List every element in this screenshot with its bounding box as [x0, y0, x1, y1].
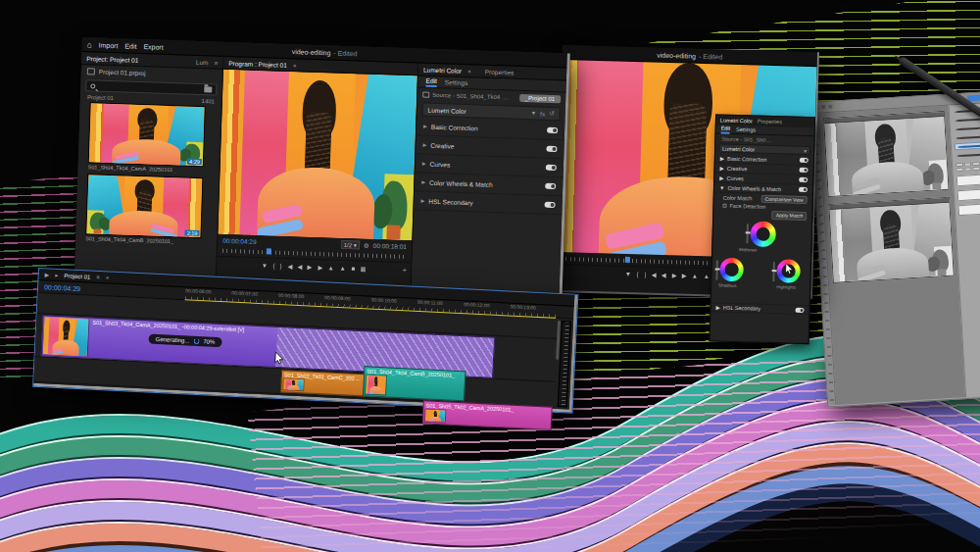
brush-stroke-option[interactable]: [953, 115, 980, 124]
comparison-view-icon[interactable]: ▦: [361, 265, 367, 272]
toggle-switch[interactable]: [799, 187, 808, 192]
section-hsl-secondary[interactable]: HSL Secondary: [428, 197, 473, 205]
tab-properties[interactable]: Properties: [485, 68, 514, 75]
bin-name[interactable]: Project 01: [87, 94, 114, 101]
chevron-down-icon[interactable]: ▼: [719, 184, 725, 190]
toggle-switch[interactable]: [795, 307, 804, 312]
zoom-level-select[interactable]: 1/2 ▾: [341, 240, 360, 250]
shadows-wheel[interactable]: [719, 258, 744, 282]
add-marker-icon[interactable]: ▼: [262, 263, 268, 270]
project-clip-1[interactable]: 4:29 S01_Sh04_Tk04_CamA_20250101_: [88, 102, 212, 174]
toggle-switch[interactable]: [546, 146, 557, 152]
storyboard-frame-1[interactable]: [823, 111, 950, 197]
toggle-switch[interactable]: [799, 177, 808, 182]
tab-edit[interactable]: Edit: [721, 125, 731, 133]
extract-icon[interactable]: ▲: [704, 273, 710, 278]
go-to-in-icon[interactable]: ◀: [287, 263, 292, 270]
section-color-wheels[interactable]: Color Wheels & Match: [429, 178, 493, 187]
panel-menu-icon[interactable]: ≡: [96, 274, 100, 279]
tab-settings[interactable]: Settings: [445, 78, 468, 86]
sequence-timecode[interactable]: 00:00:04:29: [44, 283, 80, 292]
button-editor-icon[interactable]: +: [402, 266, 407, 275]
add-marker-icon[interactable]: ▼: [625, 271, 631, 276]
project-clip-2[interactable]: 2:19 S01_Sh04_Tk04_CamB_20250101_: [85, 174, 209, 245]
brush-stroke-option[interactable]: [954, 124, 980, 132]
folder-icon[interactable]: [204, 86, 212, 92]
menu-edit[interactable]: Edit: [124, 42, 136, 49]
tab-program[interactable]: Program : Project 01: [228, 59, 287, 68]
section-curves[interactable]: Curves: [726, 175, 744, 180]
chevron-right-icon[interactable]: ▶: [716, 304, 720, 310]
section-curves[interactable]: Curves: [430, 160, 451, 168]
face-detection-checkbox[interactable]: [722, 204, 726, 208]
midtones-slider[interactable]: [746, 224, 749, 243]
home-icon[interactable]: ⌂: [87, 40, 92, 49]
mark-out-icon[interactable]: }: [280, 263, 282, 269]
toggle-switch[interactable]: [800, 158, 808, 163]
layer-card[interactable]: [958, 203, 980, 216]
mark-out-icon[interactable]: }: [644, 272, 646, 277]
reset-icon[interactable]: ↺: [549, 110, 555, 118]
storyboard-frame-2[interactable]: [828, 197, 955, 283]
chevron-right-icon[interactable]: ▶: [719, 175, 723, 180]
lift-icon[interactable]: ▲: [328, 265, 334, 272]
section-basic-correction[interactable]: Basic Correction: [431, 123, 478, 131]
tab-sequence[interactable]: Project 01: [64, 273, 90, 279]
chevron-right-icon[interactable]: ▶: [719, 165, 723, 171]
playhead[interactable]: [625, 257, 630, 263]
close-icon[interactable]: ×: [293, 62, 297, 69]
mark-in-icon[interactable]: {: [637, 272, 639, 277]
section-basic-correction[interactable]: Basic Correction: [727, 155, 767, 162]
project-file-name[interactable]: Project 01.prproj: [99, 69, 146, 77]
tab-lumetri-color[interactable]: Lumetri Color: [720, 118, 753, 125]
tab-lumetri-color[interactable]: Lumetri Color: [423, 66, 462, 74]
brush-stroke-option[interactable]: [954, 132, 980, 141]
section-creative[interactable]: Creative: [430, 141, 454, 149]
tab-edit[interactable]: Edit: [425, 76, 437, 86]
export-frame-icon[interactable]: ■: [352, 266, 356, 272]
tab-project[interactable]: Project: Project 01: [86, 55, 138, 64]
chevron-right-icon[interactable]: ▶: [421, 179, 425, 185]
tab-properties[interactable]: Properties: [758, 119, 782, 125]
chevron-right-icon[interactable]: ▶: [422, 142, 426, 148]
menu-export[interactable]: Export: [143, 43, 163, 51]
layer-card[interactable]: [957, 188, 980, 201]
swatch-grid[interactable]: [956, 161, 980, 172]
snap-tool-icon[interactable]: ▸: [55, 272, 58, 278]
chevron-right-icon[interactable]: ▶: [423, 124, 427, 129]
target-button[interactable]: _Project 01: [519, 94, 562, 103]
section-creative[interactable]: Creative: [727, 165, 748, 172]
section-color-wheels[interactable]: Color Wheels & Match: [727, 184, 781, 192]
brush-stroke-selected[interactable]: [955, 141, 980, 150]
preset-select[interactable]: Lumetri Color: [722, 145, 755, 152]
play-icon[interactable]: ▶: [671, 272, 676, 278]
toggle-switch[interactable]: [546, 165, 557, 171]
chevron-down-icon[interactable]: ▾: [804, 147, 807, 153]
tab-settings[interactable]: Settings: [736, 126, 756, 133]
timeline-clip-teal[interactable]: S01_Sh04_Tk04_CamB_20250101_: [363, 366, 466, 401]
layer-card[interactable]: [956, 174, 980, 186]
settings-wrench-icon[interactable]: ⚙: [364, 241, 369, 249]
step-forward-icon[interactable]: ▶: [318, 264, 322, 271]
chevron-right-icon[interactable]: ▶: [420, 198, 424, 204]
current-timecode[interactable]: 00:00:04:29: [222, 237, 257, 245]
tab-lumetri-scopes[interactable]: Lum: [196, 58, 209, 65]
step-back-icon[interactable]: ◀: [298, 263, 303, 270]
toggle-switch[interactable]: [799, 168, 808, 173]
toggle-switch[interactable]: [547, 127, 558, 133]
tool-icon[interactable]: [821, 105, 825, 109]
toggle-switch[interactable]: [544, 202, 555, 208]
tool-icon[interactable]: [828, 105, 832, 109]
pointer-tool-icon[interactable]: ▶: [45, 271, 50, 277]
toggle-switch[interactable]: [545, 183, 556, 189]
midtones-wheel[interactable]: [750, 221, 776, 247]
playhead[interactable]: [267, 248, 271, 254]
chevron-right-icon[interactable]: ▶: [720, 155, 724, 161]
fx-icon[interactable]: fx: [540, 110, 545, 117]
play-icon[interactable]: ▶: [308, 264, 313, 271]
section-hsl-secondary[interactable]: HSL Secondary: [723, 305, 760, 312]
highlights-slider[interactable]: [772, 262, 775, 281]
step-forward-icon[interactable]: ▶: [682, 272, 687, 278]
extract-icon[interactable]: ▲: [340, 265, 346, 272]
close-icon[interactable]: ×: [467, 68, 471, 75]
